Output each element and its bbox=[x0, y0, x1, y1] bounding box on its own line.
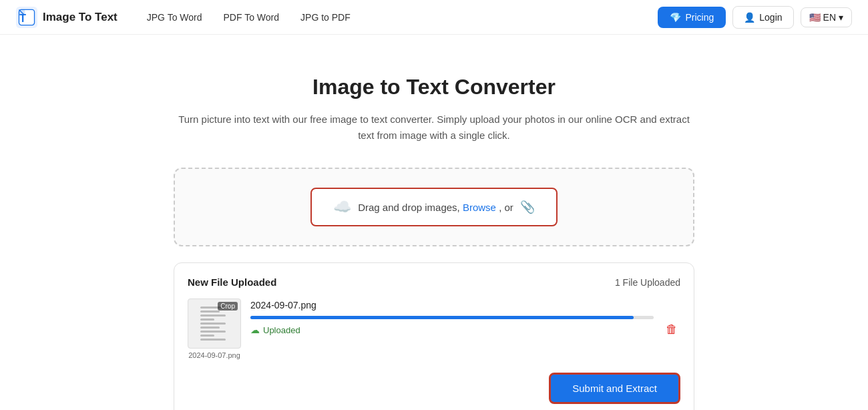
nav-pdf-to-word[interactable]: PDF To Word bbox=[216, 8, 288, 27]
trash-icon: 🗑 bbox=[666, 323, 678, 336]
page-title: Image to Text Converter bbox=[174, 75, 694, 99]
nav-jpg-to-word[interactable]: JPG To Word bbox=[139, 8, 210, 27]
browse-link[interactable]: Browse bbox=[463, 202, 496, 213]
flag-icon: 🇺🇸 bbox=[809, 12, 821, 23]
check-icon: ☁ bbox=[250, 325, 260, 335]
nav-jpg-to-pdf[interactable]: JPG to PDF bbox=[292, 8, 359, 27]
file-panel-header: New File Uploaded 1 File Uploaded bbox=[188, 276, 680, 288]
doc-line bbox=[200, 311, 220, 313]
doc-line bbox=[200, 331, 226, 333]
file-thumbnail: Crop bbox=[188, 298, 241, 349]
pricing-label: Pricing bbox=[685, 12, 714, 23]
logo-text: Image To Text bbox=[43, 11, 118, 24]
doc-line bbox=[200, 335, 214, 337]
upload-status: ☁ Uploaded bbox=[250, 325, 654, 335]
lang-label: EN bbox=[823, 12, 836, 23]
nav-links: JPG To Word PDF To Word JPG to PDF bbox=[139, 8, 359, 27]
upload-cloud-icon: ☁️ bbox=[333, 198, 351, 216]
crop-label: Crop bbox=[218, 302, 238, 311]
login-button[interactable]: 👤 Login bbox=[732, 6, 793, 29]
thumbnail-filename: 2024-09-07.png bbox=[188, 351, 241, 359]
upload-text-after: , or bbox=[499, 202, 513, 213]
hero-subtitle: Turn picture into text with our free ima… bbox=[174, 112, 694, 144]
file-name: 2024-09-07.png bbox=[250, 300, 654, 311]
submit-extract-button[interactable]: Submit and Extract bbox=[549, 373, 680, 404]
language-selector[interactable]: 🇺🇸 EN ▾ bbox=[801, 7, 852, 27]
progress-bar-wrap bbox=[250, 316, 654, 319]
upload-text: Drag and drop images, Browse , or bbox=[358, 202, 513, 213]
delete-file-button[interactable]: 🗑 bbox=[663, 320, 680, 339]
doc-line bbox=[200, 323, 226, 325]
file-thumbnail-wrap: Crop 2024-09-07.png bbox=[188, 298, 241, 359]
submit-row: Submit and Extract bbox=[188, 373, 680, 404]
login-label: Login bbox=[759, 12, 782, 23]
diamond-icon: 💎 bbox=[670, 12, 681, 23]
file-panel: New File Uploaded 1 File Uploaded bbox=[174, 262, 694, 410]
chevron-down-icon: ▾ bbox=[839, 12, 843, 23]
nav-right: 💎 Pricing 👤 Login 🇺🇸 EN ▾ bbox=[658, 6, 852, 29]
upload-text-before: Drag and drop images, bbox=[358, 202, 460, 213]
upload-inner-box: ☁️ Drag and drop images, Browse , or 📎 bbox=[310, 188, 558, 226]
pricing-button[interactable]: 💎 Pricing bbox=[658, 7, 726, 28]
status-label: Uploaded bbox=[263, 325, 300, 335]
logo-link[interactable]: T Image To Text bbox=[16, 7, 118, 28]
file-item: Crop 2024-09-07.png 2024-09-07.png ☁ Upl… bbox=[188, 298, 680, 359]
navbar: T Image To Text JPG To Word PDF To Word … bbox=[0, 0, 868, 35]
paperclip-icon: 📎 bbox=[520, 200, 535, 214]
file-panel-title: New File Uploaded bbox=[188, 276, 276, 288]
user-icon: 👤 bbox=[744, 12, 755, 23]
doc-line bbox=[200, 327, 220, 329]
file-count-badge: 1 File Uploaded bbox=[615, 277, 680, 288]
upload-zone[interactable]: ☁️ Drag and drop images, Browse , or 📎 bbox=[174, 168, 694, 246]
logo-icon: T bbox=[16, 7, 37, 28]
doc-line bbox=[200, 339, 226, 341]
doc-line bbox=[200, 315, 226, 317]
progress-bar-fill bbox=[250, 316, 634, 319]
doc-line bbox=[200, 319, 214, 321]
main-content: Image to Text Converter Turn picture int… bbox=[160, 35, 708, 410]
file-info: 2024-09-07.png ☁ Uploaded bbox=[250, 298, 654, 335]
